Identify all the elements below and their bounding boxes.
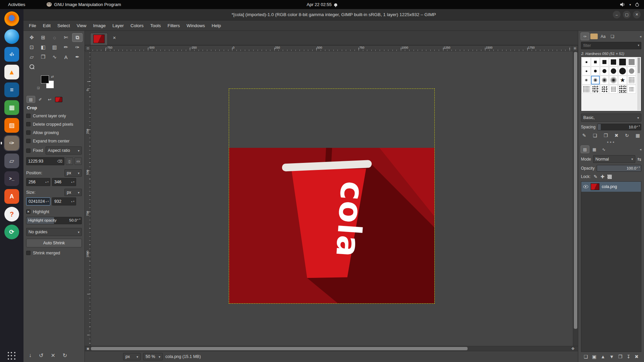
brush-item-selected[interactable] xyxy=(591,76,600,84)
visibility-eye-icon[interactable] xyxy=(583,185,588,188)
tab-menu-icon[interactable]: ◂ xyxy=(640,35,641,38)
horizontal-scrollbar[interactable] xyxy=(91,346,568,351)
filter-input[interactable] xyxy=(581,42,641,49)
open-brush-as-image-button[interactable]: ▦ xyxy=(636,133,640,138)
brush-item[interactable] xyxy=(618,67,627,75)
size-unit-dropdown[interactable]: px xyxy=(64,189,82,196)
tab-undo-history[interactable]: ↩ xyxy=(46,96,54,103)
guides-dropdown[interactable]: No guides xyxy=(26,228,82,236)
vertical-ruler[interactable]: 02505007501000 xyxy=(85,51,91,346)
expand-from-center-checkbox[interactable] xyxy=(26,139,31,143)
shrink-merged-checkbox[interactable] xyxy=(26,251,31,255)
brush-item[interactable] xyxy=(627,76,636,84)
mode-switch-icon[interactable]: ⇆ xyxy=(637,157,641,162)
portrait-button[interactable]: ▯ xyxy=(66,158,73,165)
menu-layer[interactable]: Layer xyxy=(109,21,127,30)
delete-layer-button[interactable]: ✖ xyxy=(635,354,639,359)
horizontal-ruler[interactable]: -750-500-25002505007501000125015001750 xyxy=(91,45,572,51)
image-tab[interactable] xyxy=(90,33,108,45)
menu-file[interactable]: File xyxy=(25,21,40,30)
highlight-checkbox[interactable]: ✕ xyxy=(26,209,31,214)
lock-position-icon[interactable]: ✚ xyxy=(600,174,604,179)
brush-item[interactable] xyxy=(609,67,618,75)
brush-item[interactable] xyxy=(609,58,618,66)
tab-tool-options[interactable]: ▤ xyxy=(27,96,35,103)
lock-pixels-icon[interactable]: ✎ xyxy=(594,174,598,179)
new-layer-button[interactable]: ❏ xyxy=(584,354,588,359)
dock-firefox[interactable] xyxy=(4,11,19,26)
brush-item[interactable] xyxy=(591,67,600,75)
clock-button[interactable]: Apr 22 02:55 xyxy=(307,2,337,7)
tool-gradient[interactable]: ▥ xyxy=(50,43,59,51)
maximize-button[interactable]: ▢ xyxy=(623,11,631,18)
ruler-corner-icon[interactable]: ⊡ xyxy=(85,45,91,51)
tool-text[interactable]: A xyxy=(61,53,71,61)
close-button[interactable]: ✕ xyxy=(633,11,641,18)
reset-tool-button[interactable]: ↻ xyxy=(63,352,67,359)
vertical-scrollbar[interactable] xyxy=(573,51,578,346)
tab-device-status[interactable]: ✐ xyxy=(36,96,44,103)
menu-windows[interactable]: Windows xyxy=(183,21,208,30)
menu-view[interactable]: View xyxy=(73,21,90,30)
tool-alignment[interactable]: ⊞ xyxy=(38,34,48,42)
tab-close-button[interactable]: ✕ xyxy=(111,35,118,41)
brush-set-dropdown[interactable]: Basic, xyxy=(581,114,641,122)
activities-button[interactable]: Activities xyxy=(6,1,27,8)
foreground-color-swatch[interactable] xyxy=(41,75,49,83)
dock-updater[interactable]: ⟳ xyxy=(4,225,19,239)
scrollbar-thumb[interactable] xyxy=(574,52,577,329)
brush-item[interactable] xyxy=(618,58,627,66)
tab-patterns[interactable] xyxy=(590,34,598,39)
brush-grid-scrollbar[interactable] xyxy=(637,58,640,110)
position-unit-dropdown[interactable]: px xyxy=(64,169,82,177)
menu-colors[interactable]: Colors xyxy=(127,21,147,30)
tool-bucket-fill[interactable]: ◧ xyxy=(38,43,48,51)
dock-software[interactable]: A xyxy=(4,189,19,204)
tool-crop[interactable]: ⧉ xyxy=(72,34,82,42)
panel-grip[interactable]: ●●● xyxy=(581,140,641,144)
dock-calc[interactable]: ▦ xyxy=(4,100,19,115)
dock-vlc[interactable]: ▲ xyxy=(4,65,19,79)
new-group-button[interactable]: ▣ xyxy=(592,354,596,359)
layer-row[interactable]: cola.png xyxy=(581,182,641,192)
duplicate-layer-button[interactable]: ❐ xyxy=(618,354,623,359)
swap-colors-icon[interactable]: ⇄ xyxy=(51,75,54,78)
brush-item[interactable] xyxy=(609,76,618,84)
dock-browser[interactable] xyxy=(4,29,19,44)
position-y-input[interactable]: 346 ▲▼ xyxy=(52,178,76,186)
lock-alpha-icon[interactable] xyxy=(607,175,612,179)
dock-terminal[interactable]: >_ xyxy=(4,171,19,186)
tool-paintbrush[interactable]: ✑ xyxy=(72,43,82,51)
tab-menu-icon[interactable]: ◂ xyxy=(640,147,641,151)
anchor-layer-button[interactable]: ↧ xyxy=(627,354,631,359)
tab-layers[interactable]: ▤ xyxy=(581,146,589,153)
tool-zoom[interactable] xyxy=(27,63,37,71)
tab-images[interactable] xyxy=(55,97,62,102)
menu-help[interactable]: Help xyxy=(208,21,224,30)
brush-item[interactable] xyxy=(600,67,609,75)
delete-cropped-pixels-checkbox[interactable] xyxy=(26,122,31,126)
menu-image[interactable]: Image xyxy=(90,21,109,30)
duplicate-brush-button[interactable]: ❐ xyxy=(604,133,608,138)
size-width-input[interactable]: 0241024 ▲▼ xyxy=(26,197,50,205)
tool-transform[interactable]: ⊡ xyxy=(27,43,37,51)
size-height-input[interactable]: 932 ▲▼ xyxy=(52,197,76,205)
spinner-arrows[interactable]: ▲▼ xyxy=(636,167,640,168)
quick-mask-icon[interactable]: ▣ xyxy=(85,347,91,350)
spinner-arrows[interactable]: ▲▼ xyxy=(45,181,49,183)
tool-move[interactable]: ✥ xyxy=(27,34,37,42)
dock-gimp[interactable]: ✑ xyxy=(4,136,19,150)
brush-item[interactable] xyxy=(582,67,591,75)
brush-item[interactable] xyxy=(591,85,600,94)
spinner-arrows[interactable]: ▲▼ xyxy=(71,181,75,183)
mode-dropdown[interactable]: Normal xyxy=(593,155,635,163)
tool-eraser[interactable]: ▱ xyxy=(27,53,37,61)
zoom-dropdown[interactable]: 50 % xyxy=(143,353,163,360)
system-tray[interactable]: ▾ xyxy=(620,2,639,7)
menu-filters[interactable]: Filters xyxy=(164,21,183,30)
tab-channels[interactable]: ▦ xyxy=(590,146,598,153)
clear-icon[interactable]: ⌫ xyxy=(57,159,62,164)
brush-item[interactable] xyxy=(582,58,591,66)
delete-preset-button[interactable]: ✕ xyxy=(51,352,55,359)
reset-colors-icon[interactable]: ◲ xyxy=(37,86,40,89)
